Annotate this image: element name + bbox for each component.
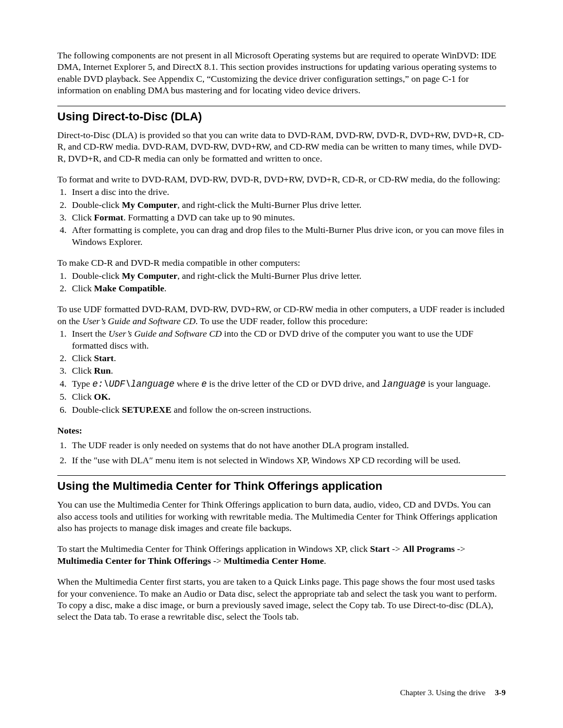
footer-chapter: Chapter 3. Using the drive	[400, 688, 485, 697]
mc-paragraph-2: To start the Multimedia Center for Think…	[57, 543, 506, 566]
dla-list-1: Insert a disc into the drive. Double-cli…	[57, 186, 506, 248]
mc-paragraph-3: When the Multimedia Center first starts,…	[57, 576, 506, 623]
list-text: Double-click	[72, 200, 122, 210]
document-page: The following components are not present…	[0, 0, 563, 728]
list-item: Insert a disc into the drive.	[69, 186, 506, 198]
list-text: , and right-click the Multi-Burner Plus …	[177, 200, 361, 210]
list-text: .	[114, 353, 116, 363]
list-item: Type e:\UDF\language where e is the driv…	[69, 378, 506, 390]
list-text: is your language.	[426, 378, 491, 389]
list-text: .	[164, 283, 166, 293]
dla-paragraph-2: To format and write to DVD-RAM, DVD-RW, …	[57, 174, 506, 185]
list-text: Click	[72, 391, 94, 402]
list-item: Double-click My Computer, and right-clic…	[69, 199, 506, 211]
section-heading-dla: Using Direct-to-Disc (DLA)	[57, 109, 506, 124]
notes-list: The UDF reader is only needed on systems…	[57, 439, 506, 466]
list-text: .	[111, 365, 113, 376]
list-text: Click	[72, 353, 94, 363]
para-text: ->	[211, 556, 224, 566]
bold-term: My Computer	[122, 270, 177, 281]
bold-term: All Programs	[402, 544, 455, 554]
list-item: Click Start.	[69, 352, 506, 364]
list-text: Type	[72, 378, 92, 389]
bold-term: My Computer	[122, 200, 177, 210]
mono-term: e	[201, 379, 207, 389]
list-text: , and right-click the Multi-Burner Plus …	[177, 270, 361, 281]
list-text: where	[175, 378, 202, 389]
list-item: After formatting is complete, you can dr…	[69, 224, 506, 248]
bold-term: SETUP.EXE	[122, 404, 172, 415]
italic-term: User’s Guide and Software CD	[82, 316, 195, 326]
para-text: To start the Multimedia Center for Think…	[57, 544, 370, 554]
bold-term: Run	[94, 365, 111, 376]
section-heading-mc: Using the Multimedia Center for Think Of…	[57, 479, 506, 493]
mc-paragraph-1: You can use the Multimedia Center for Th…	[57, 499, 506, 534]
para-text: .	[324, 556, 326, 566]
footer-page-number: 3-9	[495, 688, 506, 697]
bold-term: Format	[94, 212, 123, 223]
dla-list-3: Insert the User’s Guide and Software CD …	[57, 328, 506, 415]
para-text: ->	[390, 544, 402, 554]
bold-term: Start	[94, 353, 114, 363]
list-item: Click Make Compatible.	[69, 282, 506, 294]
notes-heading: Notes:	[57, 425, 506, 436]
list-item: Click OK.	[69, 391, 506, 402]
list-item: Double-click My Computer, and right-clic…	[69, 270, 506, 281]
dla-list-2: Double-click My Computer, and right-clic…	[57, 270, 506, 294]
list-text: is the drive letter of the CD or DVD dri…	[207, 378, 382, 389]
mono-term: e:\UDF\language	[92, 379, 175, 389]
list-text: Double-click	[72, 404, 122, 415]
list-text: and follow the on-screen instructions.	[172, 404, 311, 415]
page-footer: Chapter 3. Using the drive 3-9	[400, 687, 506, 698]
list-text: Click	[72, 365, 94, 376]
dla-paragraph-1: Direct-to-Disc (DLA) is provided so that…	[57, 129, 506, 164]
list-text: Double-click	[72, 270, 122, 281]
list-item: The UDF reader is only needed on systems…	[69, 439, 506, 451]
list-text: Click	[72, 212, 94, 223]
list-item: Click Run.	[69, 365, 506, 376]
para-text: . To use the UDF reader, follow this pro…	[195, 316, 368, 326]
list-item: Click Format. Formatting a DVD can take …	[69, 212, 506, 223]
list-text: . Formatting a DVD can take up to 90 min…	[124, 212, 295, 223]
italic-term: User’s Guide and Software CD	[108, 328, 222, 339]
list-item: If the ″use with DLA″ menu item is not s…	[69, 454, 506, 466]
mono-term: language	[382, 379, 426, 389]
para-text: ->	[455, 544, 465, 554]
list-text: Insert the	[72, 328, 108, 339]
list-item: Insert the User’s Guide and Software CD …	[69, 328, 506, 351]
list-text: Click	[72, 283, 94, 293]
dla-paragraph-4: To use UDF formatted DVD-RAM, DVD-RW, DV…	[57, 303, 506, 327]
section-rule	[57, 106, 506, 106]
bold-term: OK.	[94, 391, 111, 402]
section-rule	[57, 475, 506, 476]
bold-term: Multimedia Center for Think Offerings	[57, 556, 211, 566]
dla-paragraph-3: To make CD-R and DVD-R media compatible …	[57, 257, 506, 268]
intro-paragraph: The following components are not present…	[57, 50, 506, 96]
list-item: Double-click SETUP.EXE and follow the on…	[69, 404, 506, 415]
bold-term: Multimedia Center Home	[224, 556, 324, 566]
bold-term: Make Compatible	[94, 283, 164, 293]
bold-term: Start	[370, 544, 390, 554]
